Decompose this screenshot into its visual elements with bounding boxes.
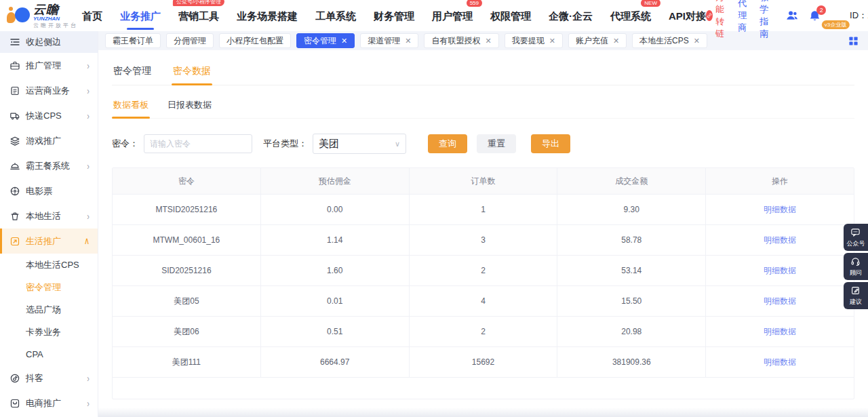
nav-item-7[interactable]: 权限管理 [490, 2, 531, 30]
sidebar-item-6[interactable]: 本地生活› [0, 203, 98, 229]
sidebar-item-label: 电影票 [26, 185, 52, 197]
platform-select-value: 美团 [319, 138, 395, 151]
universal-link-button[interactable]: 万能转链 [706, 0, 728, 40]
cell-成交金额: 9.30 [557, 195, 706, 224]
nav-item-badge: NEW [641, 0, 660, 7]
keyword-input[interactable] [144, 134, 252, 153]
logo: 云瞻 YUNZHAN 云瞻开放平台 [0, 3, 78, 28]
subtab-0[interactable]: 数据看板 [112, 94, 150, 118]
cell-actions: 明细数据 [706, 347, 854, 377]
nav-item-10[interactable]: API对接 [669, 2, 706, 30]
subtab-1[interactable]: 日报表数据 [166, 94, 213, 118]
search-button[interactable]: 查询 [428, 134, 467, 153]
detail-data-link[interactable]: 明细数据 [764, 326, 796, 338]
nav-item-2[interactable]: 营销工具公众号/小程序管理 [178, 2, 219, 30]
pagination-prev-button[interactable]: ‹ [787, 408, 806, 417]
chip-label: 密令管理 [304, 35, 336, 47]
chevron-right-icon: › [87, 111, 90, 121]
tab-1[interactable]: 密令数据 [172, 60, 212, 85]
sidebar-item-7[interactable]: 生活推广∧ [0, 229, 98, 254]
open-tab-chip-5[interactable]: 自有联盟授权✕ [424, 33, 498, 48]
detail-data-link[interactable]: 明细数据 [764, 235, 796, 246]
sidebar-subitem-2[interactable]: 选品广场 [0, 298, 98, 321]
table-header-row: 密令预估佣金订单数成交金额操作 [113, 168, 854, 194]
sidebar-item-label: 电商推广 [26, 397, 61, 410]
collapse-menu-icon [9, 37, 20, 47]
close-icon[interactable]: ✕ [485, 37, 491, 45]
sidebar-subitem-0[interactable]: 本地生活CPS [0, 254, 98, 276]
open-tab-chip-0[interactable]: 霸王餐订单 [105, 33, 161, 48]
sidebar-subitem-3[interactable]: 卡券业务 [0, 321, 98, 343]
open-tab-chip-7[interactable]: 账户充值✕ [568, 33, 627, 48]
nav-item-6[interactable]: 用户管理559 [432, 2, 473, 30]
open-tab-chip-8[interactable]: 本地生活CPS✕ [632, 33, 707, 48]
sidebar-item-label: 游戏推广 [26, 135, 61, 147]
float-button-0[interactable]: 公众号 [844, 224, 868, 251]
nav-item-9[interactable]: 代理系统NEW [610, 2, 651, 30]
nav-item-4[interactable]: 工单系统 [315, 2, 356, 30]
nav-item-5[interactable]: 财务管理 [374, 2, 414, 30]
open-tab-chip-6[interactable]: 我要提现✕ [505, 33, 563, 48]
sidebar-item-5[interactable]: 电影票 [0, 178, 98, 203]
edit-doc-icon [850, 285, 861, 296]
user-id-text: ID：19882858，复制 [850, 9, 868, 22]
nav-item-label: 企微·企云 [549, 10, 593, 22]
cell-成交金额: 53.14 [557, 256, 706, 285]
sidebar-item-label: 快递CPS [26, 110, 62, 122]
detail-data-link[interactable]: 明细数据 [764, 204, 796, 216]
sidebar-subitem-4[interactable]: CPA [0, 343, 98, 365]
sidebar-item-4[interactable]: 霸王餐系统› [0, 153, 98, 178]
floating-side-toolbar: 公众号顾问建议 [844, 224, 868, 309]
tab-0[interactable]: 密令管理 [112, 60, 153, 85]
cell-订单数: 1 [410, 195, 558, 224]
reset-button[interactable]: 重置 [477, 134, 516, 153]
plan-badge: v3企业版 [822, 20, 849, 29]
life-promo-icon [9, 236, 20, 247]
detail-data-link[interactable]: 明细数据 [764, 296, 796, 307]
close-icon[interactable]: ✕ [613, 37, 619, 45]
nav-item-label: 权限管理 [490, 10, 531, 22]
sidebar-item-label: 本地生活 [26, 210, 61, 222]
pagination-next-button[interactable]: › [835, 408, 854, 417]
nav-item-0[interactable]: 首页 [82, 2, 102, 30]
close-icon[interactable]: ✕ [341, 37, 347, 45]
nav-item-1[interactable]: 业务推广 [120, 2, 161, 30]
user-id-value: ID：19882858， [850, 10, 868, 20]
open-tab-chip-4[interactable]: 渠道管理✕ [360, 33, 418, 48]
open-tab-chip-2[interactable]: 小程序红包配置 [219, 33, 291, 48]
sidebar-item-1[interactable]: 运营商业务› [0, 78, 98, 103]
sidebar-item-9[interactable]: 电商推广› [0, 391, 98, 416]
open-tab-chip-3[interactable]: 密令管理✕ [296, 33, 355, 48]
float-button-1[interactable]: 顾问 [844, 253, 868, 280]
pagination-page-1[interactable]: 1 [811, 408, 830, 417]
sidebar-collapse-button[interactable]: 收起侧边 [0, 31, 98, 53]
nav-item-3[interactable]: 业务场景搭建 [237, 2, 298, 30]
close-icon[interactable]: ✕ [694, 37, 700, 45]
contacts-icon[interactable] [785, 9, 799, 22]
platform-select[interactable]: 美团 ∨ [313, 134, 406, 154]
avatar[interactable]: v3企业版 [831, 5, 840, 26]
detail-data-link[interactable]: 明细数据 [764, 357, 796, 368]
sidebar-item-8[interactable]: 抖客› [0, 365, 98, 391]
sidebar-item-2[interactable]: 快递CPS› [0, 103, 98, 128]
export-button[interactable]: 导出 [531, 134, 570, 153]
table-row: SID202512161.60253.14明细数据 [113, 255, 854, 285]
nav-item-8[interactable]: 企微·企云 [549, 2, 593, 30]
close-icon[interactable]: ✕ [405, 37, 411, 45]
shop-bag-icon [9, 398, 20, 409]
cell-密令: MTSID20251216 [113, 195, 261, 224]
agent-link[interactable]: 代理商 [738, 0, 750, 34]
briefcase-icon [9, 60, 20, 71]
guide-link[interactable]: 教学指南 [760, 0, 776, 40]
cell-密令: 美团05 [113, 286, 261, 316]
sidebar-subitem-1[interactable]: 密令管理 [0, 276, 98, 298]
movie-icon [9, 186, 20, 197]
detail-data-link[interactable]: 明细数据 [764, 265, 796, 277]
sidebar-item-3[interactable]: 游戏推广 [0, 128, 98, 153]
notifications-bell-icon[interactable]: 2 [808, 9, 821, 22]
close-icon[interactable]: ✕ [549, 37, 555, 45]
float-button-2[interactable]: 建议 [844, 282, 868, 309]
cell-成交金额: 58.78 [557, 225, 706, 255]
open-tab-chip-1[interactable]: 分佣管理 [166, 33, 214, 48]
sidebar-item-0[interactable]: 推广管理› [0, 53, 98, 78]
